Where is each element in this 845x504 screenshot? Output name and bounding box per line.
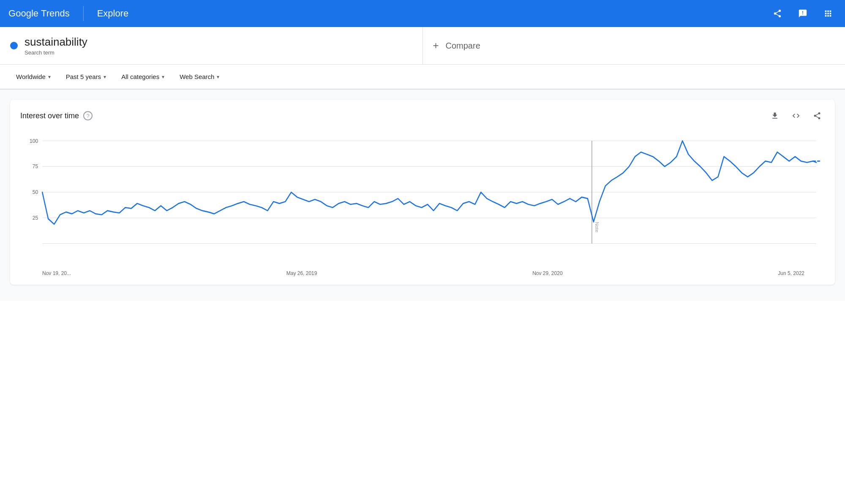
card-title: Interest over time: [20, 112, 79, 120]
download-icon: [771, 112, 779, 120]
logo-g: G: [8, 8, 16, 19]
svg-text:100: 100: [30, 138, 38, 144]
chart-svg: 100 75 50 25 Note: [20, 132, 825, 267]
compare-box[interactable]: + Compare: [423, 27, 845, 64]
download-button[interactable]: [767, 108, 782, 123]
logo-g2: g: [26, 8, 31, 19]
category-label: All categories: [121, 73, 159, 80]
category-filter[interactable]: All categories ▾: [115, 70, 170, 84]
chart-container: 100 75 50 25 Note: [20, 132, 825, 267]
page-title: Explore: [97, 8, 129, 19]
help-icon-text: ?: [86, 113, 89, 119]
logo-o2: o: [21, 8, 26, 19]
svg-text:75: 75: [33, 163, 38, 169]
apps-button[interactable]: [820, 5, 837, 22]
location-label: Worldwide: [16, 73, 46, 80]
card-title-area: Interest over time ?: [20, 111, 93, 120]
google-wordmark: Google: [8, 8, 38, 19]
header-actions: [769, 5, 837, 22]
time-range-filter[interactable]: Past 5 years ▾: [60, 70, 112, 84]
search-term-info: sustainability Search term: [25, 35, 87, 56]
google-trends-logo: Google Trends: [8, 8, 70, 19]
location-filter[interactable]: Worldwide ▾: [10, 70, 57, 84]
share-button[interactable]: [769, 5, 786, 22]
feedback-button[interactable]: [794, 5, 811, 22]
header-divider: [83, 6, 84, 21]
logo-o1: o: [16, 8, 21, 19]
filter-bar: Worldwide ▾ Past 5 years ▾ All categorie…: [0, 65, 845, 90]
card-actions: [767, 108, 825, 123]
search-type-label: Web Search: [180, 73, 214, 80]
x-axis-labels: Nov 19, 20... May 26, 2019 Nov 29, 2020 …: [20, 267, 825, 276]
search-type-filter[interactable]: Web Search ▾: [174, 70, 225, 84]
x-label-2: May 26, 2019: [286, 270, 317, 276]
search-term-type: Search term: [25, 49, 87, 56]
search-term-box: sustainability Search term: [0, 27, 423, 64]
compare-plus-icon: +: [433, 40, 439, 52]
search-type-chevron: ▾: [217, 74, 219, 80]
x-label-4: Jun 5, 2022: [778, 270, 804, 276]
share-chart-icon: [813, 112, 821, 120]
feedback-icon: [798, 9, 807, 18]
svg-text:Note: Note: [594, 222, 600, 232]
location-chevron: ▾: [48, 74, 51, 80]
content-area: Interest over time ?: [0, 90, 845, 301]
embed-button[interactable]: [788, 108, 804, 123]
logo-e: e: [33, 8, 38, 19]
svg-text:50: 50: [33, 189, 38, 195]
help-button[interactable]: ?: [83, 111, 93, 120]
x-label-3: Nov 29, 2020: [532, 270, 562, 276]
time-range-chevron: ▾: [104, 74, 106, 80]
embed-icon: [792, 112, 800, 120]
interest-over-time-card: Interest over time ?: [10, 100, 835, 285]
card-header: Interest over time ?: [20, 108, 825, 123]
share-icon: [773, 9, 782, 18]
share-chart-button[interactable]: [810, 108, 825, 123]
category-chevron: ▾: [162, 74, 164, 80]
compare-label: Compare: [446, 41, 480, 51]
time-range-label: Past 5 years: [66, 73, 101, 80]
search-term-value: sustainability: [25, 35, 87, 49]
app-header: Google Trends Explore: [0, 0, 845, 27]
trends-wordmark: Trends: [41, 8, 70, 19]
svg-text:25: 25: [33, 215, 38, 221]
term-color-dot: [10, 42, 18, 49]
apps-icon: [823, 9, 833, 18]
x-label-1: Nov 19, 20...: [42, 270, 71, 276]
search-area: sustainability Search term + Compare: [0, 27, 845, 65]
